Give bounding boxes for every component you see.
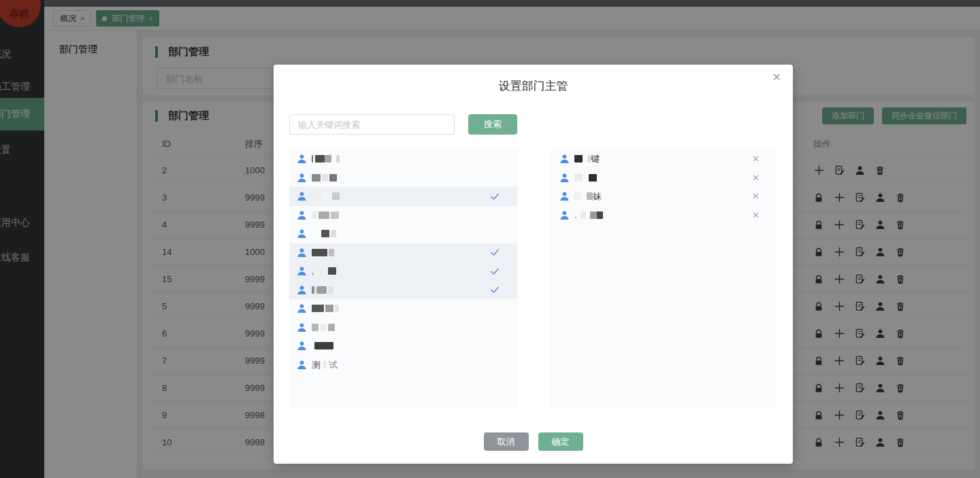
person-icon	[297, 341, 307, 351]
selected-list: 键✕✕妹✕.✕	[549, 150, 777, 409]
person-icon	[297, 285, 307, 295]
selected-item: 键✕	[549, 150, 777, 169]
modal-footer: 取消 确定	[274, 432, 793, 451]
candidate-item[interactable]	[289, 243, 517, 262]
selected-item: ✕	[549, 169, 777, 188]
person-icon	[297, 360, 307, 370]
candidate-item[interactable]: 测试	[289, 356, 517, 375]
person-icon	[297, 173, 307, 183]
person-icon	[297, 191, 307, 201]
redacted-name	[312, 230, 336, 237]
redacted-name	[312, 211, 339, 219]
person-icon	[297, 247, 307, 258]
modal-title: 设置部门主管	[274, 65, 793, 94]
redacted-name	[312, 192, 340, 200]
search-button[interactable]: 搜索	[468, 114, 517, 135]
redacted-name	[312, 305, 339, 312]
remove-icon[interactable]: ✕	[752, 192, 760, 201]
candidate-item[interactable]	[289, 318, 517, 337]
person-icon	[297, 322, 307, 332]
candidate-item[interactable]	[289, 224, 517, 243]
redacted-name: 测试	[312, 360, 338, 369]
candidate-item[interactable]: ,	[289, 262, 517, 281]
candidate-item[interactable]	[289, 150, 517, 169]
candidate-item[interactable]	[289, 299, 517, 318]
redacted-name	[312, 174, 337, 182]
selected-item: .✕	[549, 206, 777, 225]
check-icon	[490, 247, 500, 257]
modal-search-row: 搜索	[289, 114, 517, 135]
candidate-item[interactable]	[289, 187, 517, 206]
person-icon	[559, 191, 570, 201]
person-icon	[297, 210, 307, 220]
candidate-item[interactable]	[289, 337, 517, 356]
redacted-name: .	[574, 211, 603, 220]
candidate-list: ,测试	[289, 150, 517, 409]
person-icon	[559, 210, 570, 220]
selected-item: 妹✕	[549, 187, 777, 206]
check-icon	[490, 267, 500, 276]
remove-icon[interactable]: ✕	[752, 154, 760, 163]
remove-icon[interactable]: ✕	[752, 173, 760, 182]
confirm-button[interactable]: 确定	[538, 432, 583, 451]
redacted-name	[312, 324, 335, 331]
redacted-name	[574, 174, 597, 182]
candidate-item[interactable]	[289, 206, 517, 225]
check-icon	[490, 285, 500, 294]
cancel-button[interactable]: 取消	[484, 432, 529, 451]
redacted-name	[312, 249, 334, 256]
redacted-name: ,	[312, 267, 336, 275]
person-icon	[559, 173, 570, 183]
set-supervisor-modal: 设置部门主管 ✕ 搜索 ,测试 键✕✕妹✕.✕ 取消 确定	[274, 65, 793, 464]
person-icon	[297, 154, 307, 164]
redacted-name: 键	[574, 154, 600, 163]
redacted-name	[312, 286, 333, 294]
redacted-name: 妹	[574, 192, 602, 201]
app-root: 存档 概况员工管理部门管理设置应用中心在线客服 概况×部门管理× 部门管理 部门…	[0, 0, 980, 478]
redacted-name	[312, 342, 333, 349]
remove-icon[interactable]: ✕	[752, 211, 760, 220]
redacted-name	[312, 155, 340, 163]
candidate-item[interactable]	[289, 281, 517, 300]
close-icon[interactable]: ✕	[772, 72, 781, 83]
person-icon	[297, 303, 307, 313]
check-icon	[490, 192, 500, 201]
person-icon	[297, 266, 307, 276]
keyword-search-input[interactable]	[289, 114, 455, 135]
candidate-item[interactable]	[289, 169, 517, 188]
person-icon	[297, 228, 307, 239]
person-icon	[559, 154, 570, 164]
